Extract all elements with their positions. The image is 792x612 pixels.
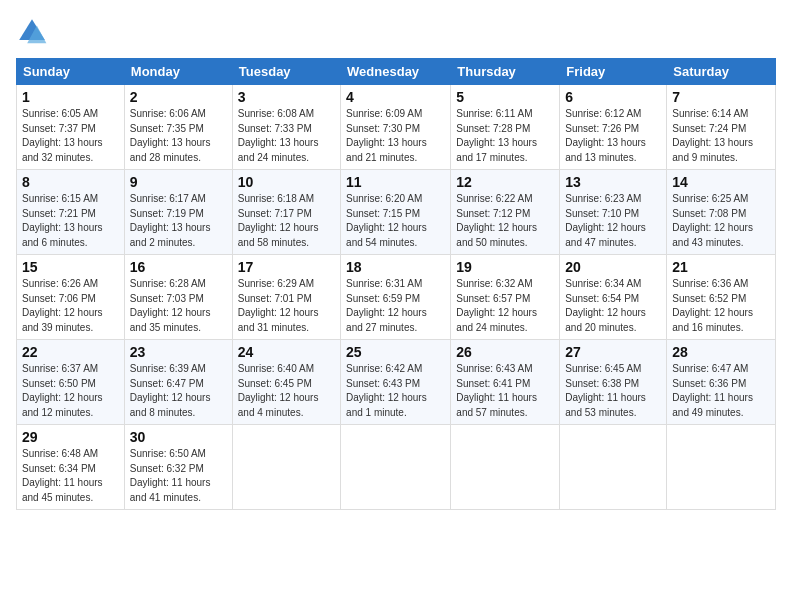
calendar-cell: 25Sunrise: 6:42 AM Sunset: 6:43 PM Dayli… bbox=[341, 340, 451, 425]
day-info: Sunrise: 6:11 AM Sunset: 7:28 PM Dayligh… bbox=[456, 107, 554, 165]
day-info: Sunrise: 6:36 AM Sunset: 6:52 PM Dayligh… bbox=[672, 277, 770, 335]
calendar-cell: 18Sunrise: 6:31 AM Sunset: 6:59 PM Dayli… bbox=[341, 255, 451, 340]
calendar-cell: 27Sunrise: 6:45 AM Sunset: 6:38 PM Dayli… bbox=[560, 340, 667, 425]
day-number: 21 bbox=[672, 259, 770, 275]
day-info: Sunrise: 6:05 AM Sunset: 7:37 PM Dayligh… bbox=[22, 107, 119, 165]
calendar-cell: 22Sunrise: 6:37 AM Sunset: 6:50 PM Dayli… bbox=[17, 340, 125, 425]
calendar-week-row: 29Sunrise: 6:48 AM Sunset: 6:34 PM Dayli… bbox=[17, 425, 776, 510]
day-info: Sunrise: 6:22 AM Sunset: 7:12 PM Dayligh… bbox=[456, 192, 554, 250]
column-header-tuesday: Tuesday bbox=[232, 59, 340, 85]
calendar-cell: 12Sunrise: 6:22 AM Sunset: 7:12 PM Dayli… bbox=[451, 170, 560, 255]
calendar-cell bbox=[341, 425, 451, 510]
logo bbox=[16, 16, 52, 48]
day-number: 15 bbox=[22, 259, 119, 275]
day-number: 2 bbox=[130, 89, 227, 105]
logo-icon bbox=[16, 16, 48, 48]
calendar-cell: 10Sunrise: 6:18 AM Sunset: 7:17 PM Dayli… bbox=[232, 170, 340, 255]
calendar-cell: 8Sunrise: 6:15 AM Sunset: 7:21 PM Daylig… bbox=[17, 170, 125, 255]
calendar-cell: 28Sunrise: 6:47 AM Sunset: 6:36 PM Dayli… bbox=[667, 340, 776, 425]
day-info: Sunrise: 6:42 AM Sunset: 6:43 PM Dayligh… bbox=[346, 362, 445, 420]
day-number: 7 bbox=[672, 89, 770, 105]
day-number: 1 bbox=[22, 89, 119, 105]
day-info: Sunrise: 6:43 AM Sunset: 6:41 PM Dayligh… bbox=[456, 362, 554, 420]
calendar-cell bbox=[232, 425, 340, 510]
day-info: Sunrise: 6:37 AM Sunset: 6:50 PM Dayligh… bbox=[22, 362, 119, 420]
calendar-cell: 17Sunrise: 6:29 AM Sunset: 7:01 PM Dayli… bbox=[232, 255, 340, 340]
day-info: Sunrise: 6:15 AM Sunset: 7:21 PM Dayligh… bbox=[22, 192, 119, 250]
day-info: Sunrise: 6:40 AM Sunset: 6:45 PM Dayligh… bbox=[238, 362, 335, 420]
day-info: Sunrise: 6:23 AM Sunset: 7:10 PM Dayligh… bbox=[565, 192, 661, 250]
day-number: 6 bbox=[565, 89, 661, 105]
calendar-cell: 1Sunrise: 6:05 AM Sunset: 7:37 PM Daylig… bbox=[17, 85, 125, 170]
day-info: Sunrise: 6:45 AM Sunset: 6:38 PM Dayligh… bbox=[565, 362, 661, 420]
calendar-cell: 9Sunrise: 6:17 AM Sunset: 7:19 PM Daylig… bbox=[124, 170, 232, 255]
day-number: 28 bbox=[672, 344, 770, 360]
day-number: 11 bbox=[346, 174, 445, 190]
day-number: 14 bbox=[672, 174, 770, 190]
column-header-sunday: Sunday bbox=[17, 59, 125, 85]
day-number: 19 bbox=[456, 259, 554, 275]
day-number: 24 bbox=[238, 344, 335, 360]
calendar-cell: 13Sunrise: 6:23 AM Sunset: 7:10 PM Dayli… bbox=[560, 170, 667, 255]
day-info: Sunrise: 6:14 AM Sunset: 7:24 PM Dayligh… bbox=[672, 107, 770, 165]
day-info: Sunrise: 6:47 AM Sunset: 6:36 PM Dayligh… bbox=[672, 362, 770, 420]
calendar-cell: 11Sunrise: 6:20 AM Sunset: 7:15 PM Dayli… bbox=[341, 170, 451, 255]
calendar-week-row: 1Sunrise: 6:05 AM Sunset: 7:37 PM Daylig… bbox=[17, 85, 776, 170]
day-number: 9 bbox=[130, 174, 227, 190]
day-info: Sunrise: 6:26 AM Sunset: 7:06 PM Dayligh… bbox=[22, 277, 119, 335]
day-info: Sunrise: 6:17 AM Sunset: 7:19 PM Dayligh… bbox=[130, 192, 227, 250]
day-info: Sunrise: 6:20 AM Sunset: 7:15 PM Dayligh… bbox=[346, 192, 445, 250]
day-info: Sunrise: 6:31 AM Sunset: 6:59 PM Dayligh… bbox=[346, 277, 445, 335]
calendar-cell: 3Sunrise: 6:08 AM Sunset: 7:33 PM Daylig… bbox=[232, 85, 340, 170]
day-number: 30 bbox=[130, 429, 227, 445]
calendar-cell: 30Sunrise: 6:50 AM Sunset: 6:32 PM Dayli… bbox=[124, 425, 232, 510]
calendar-cell: 23Sunrise: 6:39 AM Sunset: 6:47 PM Dayli… bbox=[124, 340, 232, 425]
day-info: Sunrise: 6:25 AM Sunset: 7:08 PM Dayligh… bbox=[672, 192, 770, 250]
calendar-week-row: 15Sunrise: 6:26 AM Sunset: 7:06 PM Dayli… bbox=[17, 255, 776, 340]
day-number: 29 bbox=[22, 429, 119, 445]
calendar-cell: 14Sunrise: 6:25 AM Sunset: 7:08 PM Dayli… bbox=[667, 170, 776, 255]
column-header-wednesday: Wednesday bbox=[341, 59, 451, 85]
calendar-cell: 21Sunrise: 6:36 AM Sunset: 6:52 PM Dayli… bbox=[667, 255, 776, 340]
calendar-cell: 5Sunrise: 6:11 AM Sunset: 7:28 PM Daylig… bbox=[451, 85, 560, 170]
calendar-cell bbox=[451, 425, 560, 510]
day-number: 8 bbox=[22, 174, 119, 190]
day-info: Sunrise: 6:32 AM Sunset: 6:57 PM Dayligh… bbox=[456, 277, 554, 335]
calendar-week-row: 22Sunrise: 6:37 AM Sunset: 6:50 PM Dayli… bbox=[17, 340, 776, 425]
day-number: 18 bbox=[346, 259, 445, 275]
calendar-cell: 19Sunrise: 6:32 AM Sunset: 6:57 PM Dayli… bbox=[451, 255, 560, 340]
day-number: 4 bbox=[346, 89, 445, 105]
column-header-friday: Friday bbox=[560, 59, 667, 85]
day-number: 26 bbox=[456, 344, 554, 360]
calendar-cell: 20Sunrise: 6:34 AM Sunset: 6:54 PM Dayli… bbox=[560, 255, 667, 340]
day-info: Sunrise: 6:28 AM Sunset: 7:03 PM Dayligh… bbox=[130, 277, 227, 335]
calendar-cell bbox=[560, 425, 667, 510]
day-info: Sunrise: 6:06 AM Sunset: 7:35 PM Dayligh… bbox=[130, 107, 227, 165]
calendar: SundayMondayTuesdayWednesdayThursdayFrid… bbox=[16, 58, 776, 510]
day-number: 22 bbox=[22, 344, 119, 360]
column-header-saturday: Saturday bbox=[667, 59, 776, 85]
day-number: 20 bbox=[565, 259, 661, 275]
day-info: Sunrise: 6:08 AM Sunset: 7:33 PM Dayligh… bbox=[238, 107, 335, 165]
day-number: 23 bbox=[130, 344, 227, 360]
day-number: 27 bbox=[565, 344, 661, 360]
day-number: 3 bbox=[238, 89, 335, 105]
column-header-monday: Monday bbox=[124, 59, 232, 85]
day-info: Sunrise: 6:12 AM Sunset: 7:26 PM Dayligh… bbox=[565, 107, 661, 165]
day-info: Sunrise: 6:39 AM Sunset: 6:47 PM Dayligh… bbox=[130, 362, 227, 420]
day-info: Sunrise: 6:50 AM Sunset: 6:32 PM Dayligh… bbox=[130, 447, 227, 505]
day-number: 13 bbox=[565, 174, 661, 190]
day-number: 16 bbox=[130, 259, 227, 275]
column-header-thursday: Thursday bbox=[451, 59, 560, 85]
calendar-cell: 2Sunrise: 6:06 AM Sunset: 7:35 PM Daylig… bbox=[124, 85, 232, 170]
day-number: 12 bbox=[456, 174, 554, 190]
day-number: 10 bbox=[238, 174, 335, 190]
day-info: Sunrise: 6:48 AM Sunset: 6:34 PM Dayligh… bbox=[22, 447, 119, 505]
calendar-header-row: SundayMondayTuesdayWednesdayThursdayFrid… bbox=[17, 59, 776, 85]
day-info: Sunrise: 6:34 AM Sunset: 6:54 PM Dayligh… bbox=[565, 277, 661, 335]
day-info: Sunrise: 6:09 AM Sunset: 7:30 PM Dayligh… bbox=[346, 107, 445, 165]
calendar-week-row: 8Sunrise: 6:15 AM Sunset: 7:21 PM Daylig… bbox=[17, 170, 776, 255]
calendar-cell: 24Sunrise: 6:40 AM Sunset: 6:45 PM Dayli… bbox=[232, 340, 340, 425]
calendar-cell: 15Sunrise: 6:26 AM Sunset: 7:06 PM Dayli… bbox=[17, 255, 125, 340]
calendar-cell: 7Sunrise: 6:14 AM Sunset: 7:24 PM Daylig… bbox=[667, 85, 776, 170]
